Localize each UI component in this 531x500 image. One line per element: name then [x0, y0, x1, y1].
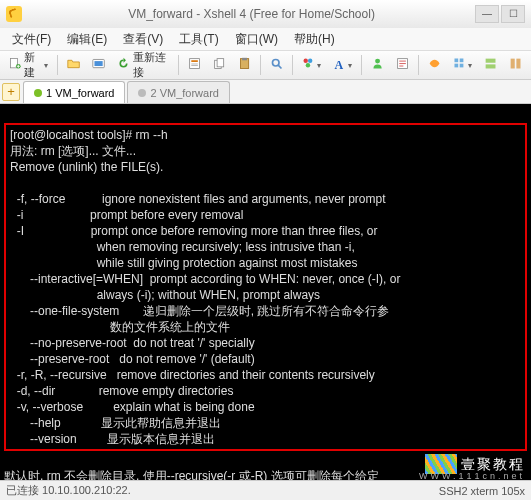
- xftp-button[interactable]: [423, 54, 446, 76]
- term-line: [root@localhost tools]# rm --h: [10, 128, 168, 142]
- status-right: SSH2 xterm 105x: [439, 485, 525, 497]
- window-buttons: — ☐: [475, 5, 525, 23]
- palette-icon: [302, 57, 314, 73]
- script-button[interactable]: [391, 54, 414, 76]
- term-line: --version 显示版本信息并退出: [10, 432, 215, 446]
- term-line: -v, --verbose explain what is being done: [10, 400, 255, 414]
- app-icon: [6, 6, 22, 22]
- tab-bar: + 1 VM_forward 2 VM_forward: [0, 80, 531, 104]
- connect-button[interactable]: [87, 54, 110, 76]
- term-line: --no-preserve-root do not treat '/' spec…: [10, 336, 255, 350]
- maximize-button[interactable]: ☐: [501, 5, 525, 23]
- font-icon: A: [333, 57, 345, 73]
- tab-1-label: 1 VM_forward: [46, 87, 114, 99]
- svg-rect-9: [217, 59, 224, 67]
- status-dot-icon: [138, 89, 146, 97]
- menu-help[interactable]: 帮助(H): [286, 29, 343, 50]
- tab-1[interactable]: 1 VM_forward: [23, 81, 125, 103]
- svg-rect-11: [242, 58, 247, 60]
- term-line: when removing recursively; less intrusiv…: [10, 240, 355, 254]
- find-button[interactable]: [265, 54, 288, 76]
- highlighted-block: [root@localhost tools]# rm --h 用法: rm [选…: [4, 123, 527, 451]
- new-label: 新建: [24, 50, 41, 80]
- term-line: -d, --dir remove empty directories: [10, 384, 233, 398]
- paste-icon: [238, 57, 251, 73]
- connect-icon: [92, 57, 105, 73]
- vsplit-button[interactable]: [504, 54, 527, 76]
- term-line: --one-file-system 递归删除一个层级时, 跳过所有不符合命令行参: [10, 304, 389, 318]
- title-bar: VM_forward - Xshell 4 (Free for Home/Sch…: [0, 0, 531, 28]
- status-bar: 已连接 10.10.100.210:22. SSH2 xterm 105x: [0, 480, 531, 500]
- add-tab-button[interactable]: +: [2, 83, 20, 101]
- status-left: 已连接 10.10.100.210:22.: [6, 483, 131, 498]
- reconnect-label: 重新连接: [133, 50, 169, 80]
- xftp-icon: [428, 57, 441, 73]
- term-line: always (-i); without WHEN, prompt always: [10, 288, 320, 302]
- menu-tools[interactable]: 工具(T): [171, 29, 226, 50]
- hsplit-button[interactable]: [479, 54, 502, 76]
- term-line: 用法: rm [选项]... 文件...: [10, 144, 136, 158]
- layout-button[interactable]: ▾: [448, 54, 477, 76]
- paste-button[interactable]: [233, 54, 256, 76]
- term-line: 数的文件系统上的文件: [10, 320, 230, 334]
- user-icon: [371, 57, 384, 73]
- layout-icon: [453, 57, 465, 73]
- term-line: -I prompt once before removing more than…: [10, 224, 378, 238]
- new-button[interactable]: 新建 ▾: [4, 54, 53, 76]
- svg-rect-22: [485, 59, 495, 63]
- search-icon: [270, 57, 283, 73]
- svg-rect-3: [95, 61, 103, 66]
- svg-rect-19: [460, 58, 464, 62]
- dropdown-icon: ▾: [44, 61, 48, 70]
- minimize-button[interactable]: —: [475, 5, 499, 23]
- svg-rect-6: [191, 64, 198, 65]
- props-icon: [188, 57, 201, 73]
- font-button[interactable]: A▾: [328, 54, 357, 76]
- menu-window[interactable]: 窗口(W): [227, 29, 286, 50]
- menu-view[interactable]: 查看(V): [115, 29, 171, 50]
- watermark: 壹聚教程 WWW.111cn.net: [425, 454, 525, 474]
- toolbar: 新建 ▾ 重新连接 ▾ A▾ ▾: [0, 50, 531, 80]
- copy-button[interactable]: [208, 54, 231, 76]
- term-line: while still giving protection against mo…: [10, 256, 357, 270]
- svg-rect-5: [191, 60, 198, 62]
- vsplit-icon: [509, 57, 522, 73]
- svg-point-13: [304, 58, 308, 62]
- hsplit-icon: [484, 57, 497, 73]
- svg-point-15: [306, 63, 310, 67]
- menu-edit[interactable]: 编辑(E): [59, 29, 115, 50]
- svg-rect-20: [454, 64, 458, 68]
- user-button[interactable]: [366, 54, 389, 76]
- svg-point-12: [273, 59, 280, 66]
- svg-point-16: [375, 59, 380, 64]
- menu-bar: 文件(F) 编辑(E) 查看(V) 工具(T) 窗口(W) 帮助(H): [0, 28, 531, 50]
- term-line: -f, --force ignore nonexistent files and…: [10, 192, 386, 206]
- term-line: --interactive[=WHEN] prompt according to…: [10, 272, 400, 286]
- copy-icon: [213, 57, 226, 73]
- props-button[interactable]: [183, 54, 206, 76]
- window-title: VM_forward - Xshell 4 (Free for Home/Sch…: [28, 7, 475, 21]
- svg-rect-7: [191, 65, 198, 66]
- term-line: -i prompt before every removal: [10, 208, 243, 222]
- term-line: --preserve-root do not remove '/' (defau…: [10, 352, 255, 366]
- menu-file[interactable]: 文件(F): [4, 29, 59, 50]
- script-icon: [396, 57, 409, 73]
- reconnect-icon: [117, 57, 130, 73]
- svg-rect-18: [454, 58, 458, 62]
- terminal[interactable]: [root@localhost tools]# rm --h 用法: rm [选…: [0, 104, 531, 500]
- tab-2[interactable]: 2 VM_forward: [127, 81, 229, 103]
- svg-rect-25: [516, 59, 520, 69]
- term-line: -r, -R, --recursive remove directories a…: [10, 368, 375, 382]
- new-icon: [9, 57, 21, 73]
- term-line: --help 显示此帮助信息并退出: [10, 416, 221, 430]
- svg-rect-21: [460, 64, 464, 68]
- svg-rect-24: [511, 59, 515, 69]
- status-dot-icon: [34, 89, 42, 97]
- reconnect-button[interactable]: 重新连接: [112, 54, 174, 76]
- term-line: Remove (unlink) the FILE(s).: [10, 160, 163, 174]
- open-button[interactable]: [62, 54, 85, 76]
- color1-button[interactable]: ▾: [297, 54, 326, 76]
- tab-2-label: 2 VM_forward: [150, 87, 218, 99]
- svg-point-14: [308, 58, 312, 62]
- svg-rect-23: [485, 64, 495, 68]
